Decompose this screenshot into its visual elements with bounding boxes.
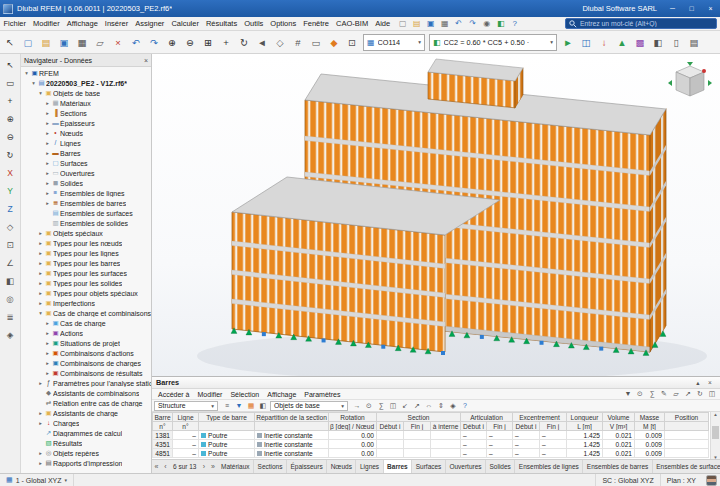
objets-de-base-combo[interactable]: Objets de base ▾ (270, 401, 348, 411)
table-row[interactable]: 4851–PoutreInertie constante0.00––––1.42… (153, 449, 709, 458)
expand-arrow-icon[interactable]: ▸ (37, 460, 44, 466)
cell-ligne[interactable]: – (173, 440, 199, 449)
q-screenshot-icon[interactable]: ◉ (480, 19, 494, 28)
menu-modifier[interactable]: Modifier (30, 17, 64, 30)
supports-icon[interactable]: ▲ (613, 33, 631, 51)
tree-item-model[interactable]: ▾ ▤ 20220503_PE2 - V1Z.rf6* (21, 78, 151, 88)
expand-arrow-icon[interactable]: ▸ (37, 420, 44, 426)
search-input[interactable] (580, 20, 713, 27)
lt-visibility-icon[interactable]: ◎ (2, 290, 19, 307)
print-icon[interactable]: ▦ (73, 33, 91, 51)
tree-item-ensembles-de-lignes[interactable]: ▸ ≡ Ensembles de lignes (21, 188, 151, 198)
lt-settings-icon[interactable]: ◈ (2, 326, 19, 343)
cell-exc_j[interactable]: – (540, 431, 567, 440)
expand-arrow-icon[interactable]: ▸ (44, 140, 51, 146)
expand-arrow-icon[interactable]: ▸ (37, 450, 44, 456)
lt-clip-icon[interactable]: ◧ (2, 272, 19, 289)
expand-arrow-icon[interactable]: ▸ (37, 240, 44, 246)
table-menu-modifier[interactable]: Modifier (194, 391, 227, 398)
q-redo-icon[interactable]: ↷ (466, 19, 480, 28)
expand-arrow-icon[interactable]: ▸ (37, 270, 44, 276)
chevron-down-icon[interactable]: ▾ (341, 403, 344, 409)
cell-rotation[interactable]: 0.00 (329, 449, 377, 458)
tree-item-ouvertures[interactable]: ▸ ▭ Ouvertures (21, 168, 151, 178)
tb-settings-icon[interactable]: ◈ (447, 402, 459, 410)
first-table-button[interactable]: « (152, 463, 161, 470)
tree-item-ensembles-de-barres[interactable]: ▸ ≣ Ensembles de barres (21, 198, 151, 208)
column-group-header[interactable]: Articulation (461, 413, 513, 422)
isometric-view-icon[interactable]: ◇ (271, 33, 289, 51)
lt-layers-icon[interactable]: ≣ (2, 308, 19, 325)
tree-item-diagrammes-de-calcul[interactable]: ↗ Diagrammes de calcul (21, 428, 151, 438)
tree-item-cas-de-charge[interactable]: ▸ ▣ Cas de charge (21, 318, 151, 328)
table-menu-affichage[interactable]: Affichage (263, 391, 300, 398)
column-sub-header[interactable]: V [m³] (603, 422, 635, 431)
menu-cao-bim[interactable]: CAO-BIM (333, 17, 372, 30)
column-group-header[interactable]: Masse (635, 413, 665, 422)
open-file-icon[interactable]: ▤ (37, 33, 55, 51)
cell-sec_j[interactable] (404, 431, 431, 440)
expand-arrow-icon[interactable]: ▸ (37, 300, 44, 306)
menu-inserer[interactable]: Insérer (101, 17, 131, 30)
delete-icon[interactable]: × (109, 33, 127, 51)
cell-repartition[interactable]: Inertie constante (255, 440, 329, 449)
menu-aide[interactable]: Aide (372, 17, 394, 30)
chevron-down-icon[interactable]: ▾ (418, 39, 421, 45)
tree-item-objets-de-base[interactable]: ▾ ▣ Objets de base (21, 88, 151, 98)
table-scrollbar[interactable]: ▲ ▼ (710, 412, 720, 459)
cell-rotation[interactable]: 0.00 (329, 440, 377, 449)
cell-repartition[interactable]: Inertie constante (255, 431, 329, 440)
tb-rows-icon[interactable]: ≡ (221, 402, 233, 410)
tree-item-situations-de-projet[interactable]: ▸ ▣ Situations de projet (21, 338, 151, 348)
column-sub-header[interactable]: n° (153, 422, 173, 431)
table-tab-ensembles-de-surfaces[interactable]: Ensembles de surfaces (653, 460, 720, 473)
tree-item-assistants-de-charge[interactable]: ▸ ▣ Assistants de charge (21, 408, 151, 418)
column-sub-header[interactable]: à interne (431, 422, 461, 431)
menu-outils[interactable]: Outils (241, 17, 267, 30)
expand-arrow-icon[interactable]: ▸ (44, 100, 51, 106)
expand-arrow-icon[interactable]: ▾ (23, 70, 30, 76)
column-sub-header[interactable]: Début i (377, 422, 404, 431)
calculate-icon[interactable]: ► (559, 33, 577, 51)
tb-filter-icon[interactable]: ▼ (622, 390, 634, 398)
column-sub-header[interactable]: β [deg] / Nœud n° (329, 422, 377, 431)
lt-rotate-icon[interactable]: ↻ (2, 146, 19, 163)
cell-longueur[interactable]: 1.425 (567, 440, 603, 449)
previous-view-icon[interactable]: ◄ (253, 33, 271, 51)
cell-exc_i[interactable]: – (513, 440, 540, 449)
column-group-header[interactable]: Barre (153, 413, 173, 422)
prev-table-button[interactable]: ‹ (161, 463, 170, 470)
redo-icon[interactable]: ↷ (145, 33, 163, 51)
tb-copy-icon[interactable]: ▱ (670, 390, 682, 398)
menu-fichier[interactable]: Fichier (0, 17, 30, 30)
cell-type[interactable]: Poutre (199, 449, 255, 458)
tree-item-solides[interactable]: ▸ ◼ Solides (21, 178, 151, 188)
menu-assigner[interactable]: Assigner (132, 17, 168, 30)
minimize-button[interactable]: ─ (663, 0, 682, 17)
table-tab-noeuds[interactable]: Nœuds (327, 460, 356, 473)
tree-item-rapports-dimpression[interactable]: ▸ ▤ Rapports d'impression (21, 458, 151, 468)
cell-sec_j[interactable] (404, 440, 431, 449)
tree-item-ensembles-de-surfaces[interactable]: ▤ Ensembles de surfaces (21, 208, 151, 218)
panel-collapse-icon[interactable]: ▴ (692, 379, 704, 387)
expand-arrow-icon[interactable]: ▸ (44, 110, 51, 116)
lt-isometric-icon[interactable]: ◇ (2, 218, 19, 235)
column-group-header[interactable]: Longueur (567, 413, 603, 422)
chevron-down-icon[interactable]: ▾ (65, 477, 68, 483)
tree-item-types-pour-les-noeuds[interactable]: ▸ ▣ Types pour les nœuds (21, 238, 151, 248)
column-sub-header[interactable]: Fin j (540, 422, 567, 431)
cell-ligne[interactable]: – (173, 431, 199, 440)
expand-arrow-icon[interactable]: ▸ (44, 160, 51, 166)
column-sub-header[interactable]: Fin j (404, 422, 431, 431)
tree-item-noeuds[interactable]: ▸ • Nœuds (21, 128, 151, 138)
zoom-out-icon[interactable]: ⊖ (181, 33, 199, 51)
tb-sum2-icon[interactable]: ∑ (375, 402, 387, 410)
lt-view-y-icon[interactable]: Y (2, 182, 19, 199)
column-sub-header[interactable]: M [t] (635, 422, 665, 431)
model-3d-view[interactable] (152, 54, 720, 376)
expand-arrow-icon[interactable]: ▸ (44, 120, 51, 126)
tb-sum-icon[interactable]: ∑ (646, 390, 658, 398)
column-sub-header[interactable]: L [m] (567, 422, 603, 431)
column-group-header[interactable]: Type de barre (199, 413, 255, 422)
tb-colors-icon[interactable]: ▦ (245, 402, 257, 410)
